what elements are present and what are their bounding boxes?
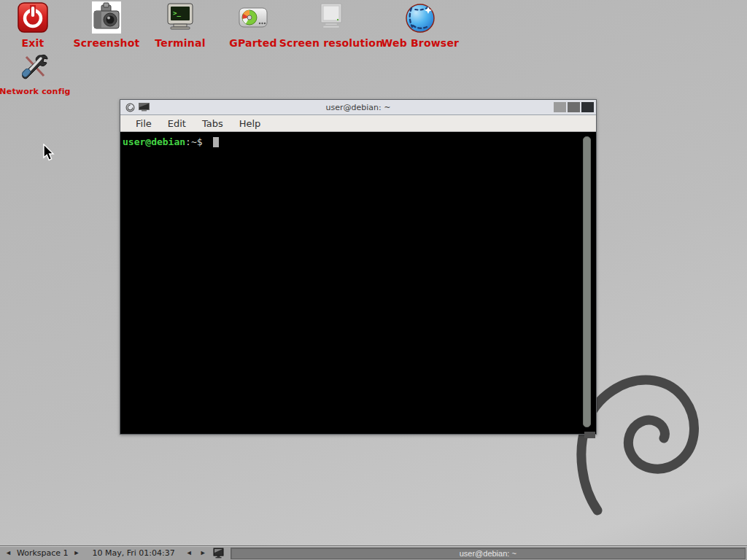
menu-tabs[interactable]: Tabs (196, 117, 230, 131)
window-resize-grip[interactable] (584, 432, 595, 438)
menu-edit[interactable]: Edit (161, 117, 193, 131)
icon-label: GParted (229, 37, 276, 49)
show-desktop-monitor-icon (213, 548, 224, 559)
clock-prev-arrow[interactable]: ◄ (185, 550, 193, 556)
terminal-window: user@debian: ~ File Edit Tabs Help user@… (120, 99, 597, 435)
camera-icon (90, 1, 123, 34)
desktop-icon-network-config[interactable]: Network config (2, 51, 68, 96)
terminal-crt-icon: >_ (164, 1, 196, 34)
maximize-button[interactable] (568, 102, 580, 112)
window-menu-swirl-icon[interactable] (125, 103, 135, 112)
menu-file[interactable]: File (129, 117, 158, 131)
taskbar-clock: 10 May, Fri 01:04:37 (85, 548, 182, 558)
svg-text:>_: >_ (173, 9, 181, 17)
window-title: user@debian: ~ (120, 103, 596, 112)
icon-label: Web Browser (382, 37, 459, 49)
icon-label: Terminal (155, 37, 205, 49)
taskbar: ◄ Workspace 1 ► 10 May, Fri 01:04:37 ◄ ►… (0, 545, 747, 560)
terminal-scrollbar[interactable] (583, 136, 591, 427)
icon-label: Screen resolution (279, 37, 384, 49)
window-titlebar[interactable]: user@debian: ~ (120, 100, 596, 115)
workspace-prev-arrow[interactable]: ◄ (4, 550, 12, 556)
workspace-label: Workspace 1 (17, 548, 69, 558)
scrollbar-thumb[interactable] (583, 136, 591, 427)
terminal-menubar: File Edit Tabs Help (120, 115, 596, 132)
taskbar-window-button[interactable]: user@debian: ~ (231, 548, 746, 559)
monitor-icon (315, 1, 347, 34)
icon-label: Screenshot (74, 37, 140, 49)
workspace-next-arrow[interactable]: ► (73, 550, 81, 556)
clock-next-arrow[interactable]: ► (199, 550, 207, 556)
desktop-icon-web-browser[interactable]: Web Browser (382, 1, 458, 49)
icon-label: Exit (22, 37, 44, 49)
window-terminal-mini-icon (139, 103, 150, 112)
desktop-icon-screenshot[interactable]: Screenshot (75, 1, 138, 49)
desktop-icon-exit[interactable]: Exit (9, 1, 57, 49)
terminal-cursor (213, 137, 219, 147)
gparted-disk-icon (237, 1, 269, 34)
mouse-cursor (42, 144, 55, 163)
desktop-icon-terminal[interactable]: >_ Terminal (152, 1, 208, 49)
shell-prompt: user@debian:~$ (123, 136, 208, 147)
desktop-icon-screen-resolution[interactable]: Screen resolution (282, 1, 380, 49)
terminal-screen[interactable]: user@debian:~$ (120, 133, 596, 432)
tools-network-config-icon (19, 51, 51, 83)
minimize-button[interactable] (554, 102, 566, 112)
icon-label: Network config (0, 87, 71, 96)
globe-browser-icon (404, 1, 436, 34)
power-exit-icon (17, 1, 49, 34)
close-button[interactable] (581, 102, 594, 112)
workspace-switcher: ◄ Workspace 1 ► (0, 546, 85, 560)
menu-help[interactable]: Help (233, 117, 268, 131)
show-desktop-button[interactable] (212, 547, 226, 560)
desktop-icon-gparted[interactable]: GParted (228, 1, 278, 49)
